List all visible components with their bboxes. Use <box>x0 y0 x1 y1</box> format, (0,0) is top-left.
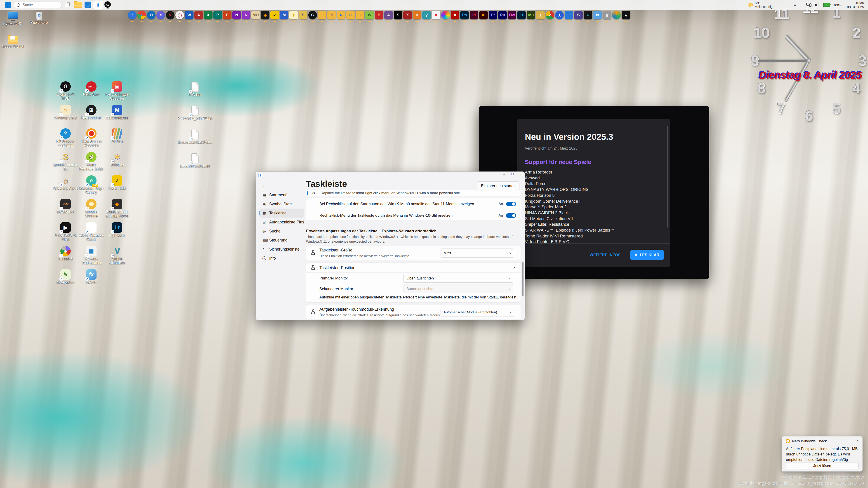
dock-icon[interactable]: ★ <box>555 11 564 22</box>
dock-icon[interactable]: ↓ <box>318 11 327 22</box>
taskbar-weather[interactable]: 6°C Meist sonnig <box>748 1 773 8</box>
toggle-switch[interactable] <box>506 202 516 206</box>
desktop-icon[interactable]: G↗ Logitech G HUB <box>53 81 79 105</box>
desktop-icon-this-pc[interactable]: EynMarcPC <box>0 12 26 26</box>
desktop-icon-new-folder[interactable]: Neuer Ordner <box>0 35 26 48</box>
dock-icon[interactable] <box>612 11 621 22</box>
dock-icon[interactable]: P <box>223 11 232 22</box>
desktop-icon[interactable]: ⊞↗ Nero Market <box>79 105 104 128</box>
dock-icon[interactable]: ◯ <box>175 11 184 22</box>
desktop-icon[interactable]: ◎↗ Music Recorder 2022 <box>79 152 104 175</box>
dock-icon[interactable]: Id <box>469 11 478 22</box>
dock-icon[interactable]: Ai <box>479 11 488 22</box>
network-display-icon[interactable] <box>806 3 812 7</box>
desktop-icon-recycle-bin[interactable]: ♻ Papierkorb <box>26 11 52 25</box>
dock-icon[interactable]: + <box>564 11 574 22</box>
sidebar-item[interactable]: ▤ Startmenü <box>259 191 304 199</box>
taskbar-clock[interactable]: 10:35 08.04.2025 <box>847 1 864 9</box>
notification-close-icon[interactable]: × <box>857 439 859 443</box>
ellipsis-icon[interactable]: ··· <box>513 191 517 195</box>
dock-icon[interactable] <box>441 11 450 22</box>
more-info-link[interactable]: WEITERE INFOS <box>590 253 621 257</box>
desktop-icon-iso-file[interactable]: ↗ PW.iso <box>182 82 208 105</box>
back-arrow-icon[interactable]: ← <box>262 182 268 189</box>
close-button[interactable]: × <box>520 172 522 176</box>
dock-icon[interactable]: N <box>242 11 251 22</box>
dock-icon[interactable]: ► <box>337 11 346 22</box>
sidebar-item[interactable]: ▣ Symbol Start <box>259 199 304 208</box>
start11-taskbar-button[interactable]: ⇑ <box>93 1 103 10</box>
start-button[interactable] <box>5 2 11 8</box>
search-input[interactable] <box>22 3 57 7</box>
dock-icon[interactable]: S <box>574 11 583 22</box>
dock-icon[interactable]: ★ <box>536 11 545 22</box>
sidebar-item[interactable]: ◎ Suche <box>259 227 304 236</box>
dock-icon[interactable]: V <box>166 11 175 22</box>
desktop-icon-iso-file[interactable]: ↗ EmergencyDiskPM... <box>182 129 208 153</box>
maximize-button[interactable]: □ <box>511 172 514 176</box>
dock-icon[interactable]: B <box>375 11 383 22</box>
desktop-icon[interactable]: M↗ Malwarebytes <box>104 105 130 128</box>
desktop-icon[interactable]: ↗ Google Chrome Canary <box>79 199 104 222</box>
show-desktop-button[interactable] <box>65 1 70 7</box>
scrollbar-thumb[interactable] <box>667 126 669 228</box>
dock-icon[interactable]: W <box>185 11 194 22</box>
desktop-icon[interactable]: ●↗ Picasa 3 <box>53 246 79 269</box>
dock-icon[interactable]: S <box>394 11 403 22</box>
dock-icon[interactable]: ◔ <box>128 11 137 22</box>
chevron-up-icon[interactable]: ∧ <box>513 266 516 270</box>
dock-icon[interactable]: O <box>147 11 156 22</box>
dock-icon[interactable]: ✓ <box>546 11 555 22</box>
desktop-icon[interactable]: DOS↗ DOSBox-X <box>53 199 79 222</box>
desktop-icon[interactable]: V↗ Oracle VirtualBox 7.1.6 <box>104 246 130 269</box>
dock-icon[interactable]: MO <box>251 11 260 22</box>
dock-icon[interactable]: P <box>213 11 222 22</box>
dock-icon[interactable]: y <box>422 11 431 22</box>
monitor-position-dropdown[interactable]: Oben ausrichten ∨ <box>403 273 513 283</box>
volume-icon[interactable] <box>815 3 820 7</box>
desktop-icon[interactable]: ◆↗ EaseUS Todo Backup Home 17.2.0 <box>104 199 130 222</box>
dock-icon[interactable]: Dw <box>507 11 517 22</box>
dock-icon[interactable]: A <box>432 11 440 22</box>
desktop-icon-iso-file[interactable]: ↗ EmergencyDisk.iso <box>182 153 208 177</box>
dock-icon[interactable]: ☀ <box>289 11 298 22</box>
toggle-switch[interactable] <box>506 213 516 218</box>
taskbar-size-dropdown[interactable]: Mittel ∨ <box>440 249 514 258</box>
dock-icon[interactable]: fx <box>593 11 602 22</box>
desktop-icon[interactable]: S↗ SpeedCommander 21 <box>53 152 79 175</box>
dock-icon[interactable]: Ru <box>498 11 507 22</box>
dock-icon[interactable]: □ <box>346 11 355 22</box>
desktop-icon[interactable]: ↗ PicPick <box>104 128 130 152</box>
dock-icon[interactable]: e <box>156 11 165 22</box>
dock-icon[interactable]: S <box>299 11 308 22</box>
dock-icon[interactable]: ▮ <box>602 11 612 22</box>
desktop-icon[interactable]: ↗ Nero Screen Recorder <box>79 128 104 152</box>
desktop-icon[interactable]: fx↗ fxCalc <box>79 269 104 293</box>
minimize-button[interactable]: – <box>503 172 505 176</box>
file-explorer-button[interactable] <box>74 2 82 8</box>
desktop-icon[interactable]: nero↗ Nero Start <box>79 81 104 105</box>
logitech-ghub-button[interactable]: G <box>104 1 111 9</box>
dock-icon[interactable]: X <box>403 11 412 22</box>
dock-icon[interactable]: W <box>365 11 374 22</box>
microsoft-store-button[interactable]: ⊞ <box>85 2 91 8</box>
notification-action-button[interactable]: Jetzt lösen <box>786 462 859 469</box>
taskbar-search[interactable] <box>14 2 62 8</box>
dock-icon[interactable]: N <box>232 11 241 22</box>
sidebar-item[interactable]: ⊞ Aufgabenleiste Pins <box>259 218 304 227</box>
desktop-icon[interactable]: ✓↗ Norton 360 <box>104 175 130 199</box>
desktop-icon[interactable]: ✎↗ Notepad++ <box>53 269 79 293</box>
desktop-icon[interactable]: Lr↗ Lightroom <box>104 222 130 246</box>
sidebar-item[interactable]: ⓘ Info <box>259 254 304 263</box>
desktop-icon[interactable]: ↗ Adobe Creative Cloud <box>79 222 104 246</box>
sidebar-item[interactable]: ▦ Taskleiste <box>259 208 304 218</box>
sidebar-item[interactable]: ⌨ Steuerung <box>259 236 304 245</box>
dock-icon[interactable]: A <box>194 11 203 22</box>
dock-icon[interactable]: X <box>204 11 213 22</box>
desktop-icon[interactable]: ?↗ HP Support Assistant <box>53 128 79 152</box>
desktop-icon[interactable]: ✶↗ Unlocker <box>104 152 130 175</box>
dock-icon[interactable]: ♪ <box>355 11 365 22</box>
monitor-position-dropdown[interactable]: Button ausrichten ∨ <box>403 284 513 293</box>
notification-menu-icon[interactable]: ··· <box>847 439 851 443</box>
dock-icon[interactable]: M <box>280 11 289 22</box>
